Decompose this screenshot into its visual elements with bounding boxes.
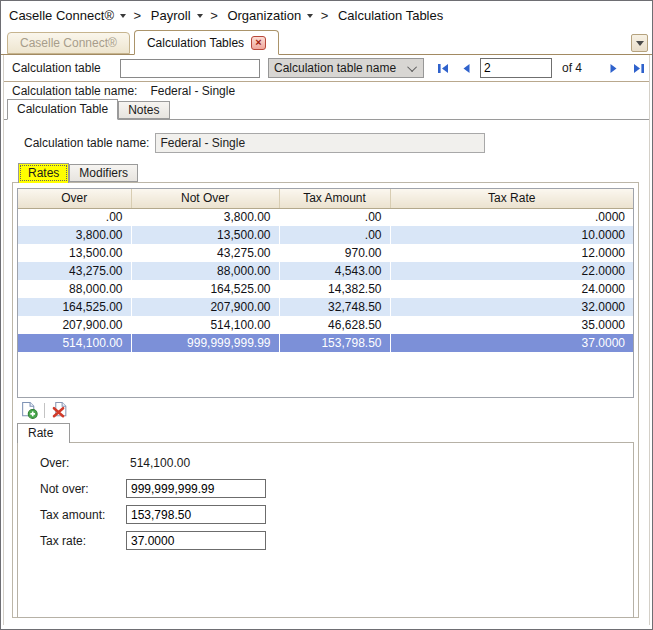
table-cell: .00: [279, 226, 390, 244]
rate-detail-panel: Over: 514,100.00 Not over: Tax amount: T…: [17, 442, 634, 618]
calculation-table-name-field: [155, 133, 485, 153]
add-record-icon: [20, 401, 38, 419]
table-cell: 32.0000: [390, 298, 633, 316]
name-field-row: Calculation table name:: [4, 120, 649, 153]
rates-group-box: Over Not Over Tax Amount Tax Rate .003,8…: [12, 182, 639, 618]
page-tab-bar: Calculation Table Notes: [4, 99, 649, 119]
table-cell: 153,798.50: [279, 334, 390, 352]
tab-list-dropdown-button[interactable]: [631, 34, 648, 52]
breadcrumb: Caselle Connect® > Payroll > Organizatio…: [1, 1, 652, 29]
search-input[interactable]: [120, 59, 260, 78]
delete-record-button[interactable]: [50, 400, 70, 420]
breadcrumb-separator: >: [321, 8, 329, 23]
tax-amount-input[interactable]: [126, 505, 266, 524]
caret-down-icon[interactable]: [120, 14, 126, 18]
field-selector-combo[interactable]: Calculation table name: [268, 58, 424, 78]
table-cell: 3,800.00: [131, 208, 279, 226]
rates-grid: Over Not Over Tax Amount Tax Rate .003,8…: [17, 188, 634, 398]
table-cell: 14,382.50: [279, 280, 390, 298]
search-row: Calculation table Calculation table name…: [4, 55, 649, 82]
table-cell: 207,900.00: [18, 316, 131, 334]
last-record-button[interactable]: [632, 62, 646, 75]
tab-modifiers[interactable]: Modifiers: [69, 164, 138, 182]
calculation-table-panel: Calculation table name: Rates Modifiers …: [4, 119, 649, 625]
tab-bar: Caselle Connect® Calculation Tables ×: [1, 29, 652, 55]
table-cell: 514,100.00: [131, 316, 279, 334]
table-row[interactable]: .003,800.00.00.0000: [18, 208, 633, 226]
over-value: 514,100.00: [130, 456, 190, 470]
table-cell: 46,628.50: [279, 316, 390, 334]
not-over-input[interactable]: [126, 479, 266, 498]
toolbar-separator: [44, 403, 45, 418]
tab-page: Calculation table Calculation table name…: [3, 55, 650, 625]
close-icon[interactable]: ×: [251, 36, 266, 50]
next-record-button[interactable]: [608, 62, 620, 75]
breadcrumb-item-organization[interactable]: Organization: [227, 8, 301, 23]
caret-down-icon[interactable]: [197, 14, 203, 18]
table-cell: 13,500.00: [131, 226, 279, 244]
table-row[interactable]: 3,800.0013,500.00.0010.0000: [18, 226, 633, 244]
table-cell: 88,000.00: [131, 262, 279, 280]
tax-rate-row: Tax rate:: [40, 531, 633, 550]
over-label: Over:: [40, 456, 126, 470]
tab-rates[interactable]: Rates: [18, 163, 69, 183]
record-number-input[interactable]: [480, 58, 552, 78]
previous-record-button[interactable]: [460, 62, 472, 75]
record-name-value: Federal - Single: [150, 84, 235, 98]
breadcrumb-item-caselle-connect[interactable]: Caselle Connect®: [9, 8, 114, 23]
table-cell: 22.0000: [390, 262, 633, 280]
table-cell: 3,800.00: [18, 226, 131, 244]
record-name-label: Calculation table name:: [12, 84, 137, 98]
name-field-label: Calculation table name:: [24, 136, 149, 150]
table-cell: 32,748.50: [279, 298, 390, 316]
tab-rate[interactable]: Rate: [17, 423, 70, 443]
table-cell: 88,000.00: [18, 280, 131, 298]
field-selector-value: Calculation table name: [274, 61, 396, 75]
tab-calculation-table[interactable]: Calculation Table: [7, 99, 118, 120]
table-cell: 43,275.00: [18, 262, 131, 280]
table-row[interactable]: 164,525.00207,900.0032,748.5032.0000: [18, 298, 633, 316]
table-cell: 999,999,999.99: [131, 334, 279, 352]
delete-record-icon: [51, 401, 69, 419]
column-header-over[interactable]: Over: [18, 189, 131, 208]
tab-caselle-connect[interactable]: Caselle Connect®: [7, 32, 130, 54]
table-header-row: Over Not Over Tax Amount Tax Rate: [18, 189, 633, 208]
breadcrumb-item-payroll[interactable]: Payroll: [151, 8, 191, 23]
table-cell: 12.0000: [390, 244, 633, 262]
tab-calculation-tables[interactable]: Calculation Tables ×: [134, 30, 279, 55]
rates-tab-bar: Rates Modifiers: [18, 162, 649, 182]
record-navigator: of 4: [436, 58, 646, 78]
table-row[interactable]: 43,275.0088,000.004,543.0022.0000: [18, 262, 633, 280]
breadcrumb-item-calculation-tables: Calculation Tables: [338, 8, 443, 23]
table-cell: .00: [18, 208, 131, 226]
record-title-row: Calculation table name: Federal - Single: [4, 82, 649, 99]
first-record-button[interactable]: [436, 62, 450, 75]
table-cell: 207,900.00: [131, 298, 279, 316]
table-cell: 43,275.00: [131, 244, 279, 262]
record-count-label: of 4: [562, 61, 590, 75]
table-cell: 13,500.00: [18, 244, 131, 262]
table-row[interactable]: 13,500.0043,275.00970.0012.0000: [18, 244, 633, 262]
table-cell: 35.0000: [390, 316, 633, 334]
column-header-tax-amount[interactable]: Tax Amount: [279, 189, 390, 208]
table-row[interactable]: 88,000.00164,525.0014,382.5024.0000: [18, 280, 633, 298]
table-cell: 24.0000: [390, 280, 633, 298]
column-header-not-over[interactable]: Not Over: [131, 189, 279, 208]
tax-rate-input[interactable]: [126, 531, 266, 550]
rates-table: Over Not Over Tax Amount Tax Rate .003,8…: [18, 189, 633, 352]
column-header-tax-rate[interactable]: Tax Rate: [390, 189, 633, 208]
triangle-down-icon: [636, 41, 644, 46]
table-row[interactable]: 207,900.00514,100.0046,628.5035.0000: [18, 316, 633, 334]
caret-down-icon[interactable]: [307, 14, 313, 18]
table-cell: 164,525.00: [18, 298, 131, 316]
table-cell: .00: [279, 208, 390, 226]
rate-tab-bar: Rate: [17, 422, 634, 442]
add-record-button[interactable]: [19, 400, 39, 420]
table-cell: 164,525.00: [131, 280, 279, 298]
over-row: Over: 514,100.00: [40, 456, 633, 470]
table-row[interactable]: 514,100.00999,999,999.99153,798.5037.000…: [18, 334, 633, 352]
tax-amount-row: Tax amount:: [40, 505, 633, 524]
table-cell: 10.0000: [390, 226, 633, 244]
tab-notes[interactable]: Notes: [118, 101, 169, 119]
search-label: Calculation table: [12, 61, 120, 75]
